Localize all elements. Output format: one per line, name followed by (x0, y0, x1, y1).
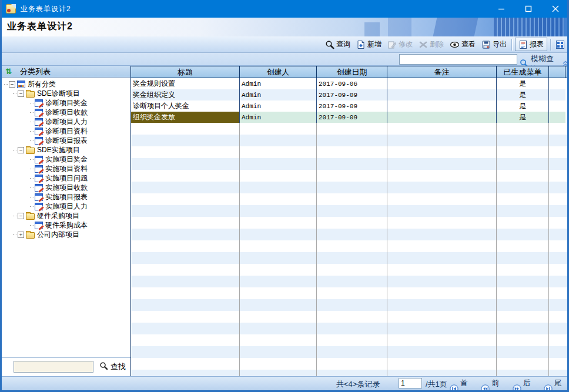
tree-item-诊断项目资料[interactable]: 诊断项目资料 (2, 126, 130, 136)
cell-creator[interactable]: Admin (240, 112, 317, 123)
column-header-备注[interactable]: 备注 (387, 66, 497, 78)
cell-creator[interactable]: Admin (240, 78, 317, 89)
search-row: 模糊查询 (0, 53, 569, 66)
expand-box-icon[interactable]: + (18, 232, 24, 238)
empty-row (131, 264, 569, 276)
query-button[interactable]: 查询 (322, 38, 353, 51)
folder-icon (26, 148, 35, 154)
tree-item-实施项目收款[interactable]: 实施项目收款 (2, 183, 130, 192)
cell-title[interactable]: 奖金组织定义 (131, 89, 240, 100)
refresh-icon[interactable]: ⇅ (5, 67, 12, 76)
collapse-box-icon[interactable]: − (9, 81, 15, 88)
last-page-button[interactable]: 尾页 (544, 378, 569, 392)
tree-item-实施项目报表[interactable]: 实施项目报表 (2, 192, 130, 202)
find-bar: 查找 (2, 357, 130, 375)
table-row[interactable]: 奖金规则设置Admin2017-09-06是 (131, 78, 569, 89)
report-button[interactable]: 报表 (515, 38, 547, 51)
minimize-button[interactable] (488, 0, 515, 18)
first-page-button[interactable]: 首页 (450, 378, 475, 392)
tree-item-诊断项目收款[interactable]: 诊断项目收款 (2, 108, 130, 117)
cell-menu[interactable]: 是 (497, 78, 549, 89)
delete-button: 删除 (416, 38, 447, 51)
page-number-input[interactable] (399, 378, 422, 388)
empty-row (131, 193, 569, 205)
next-page-button[interactable]: 后页 (513, 378, 538, 392)
tree-item-诊断项目人力[interactable]: 诊断项目人力 (2, 117, 130, 126)
maximize-button[interactable] (515, 0, 542, 18)
tree-item-SDE诊断项目[interactable]: −SDE诊断项目 (2, 89, 130, 98)
cell-date[interactable]: 2017-09-09 (317, 112, 387, 123)
table-row[interactable]: 奖金组织定义Admin2017-09-09是 (131, 89, 569, 100)
cell-title[interactable]: 诊断项目个人奖金 (131, 100, 240, 112)
report-button-label: 报表 (530, 39, 544, 49)
add-button[interactable]: 新增 (353, 38, 384, 51)
cell-title[interactable]: 组织奖金发放 (131, 112, 240, 123)
cell-date[interactable]: 2017-09-09 (317, 89, 387, 100)
column-header-已生成菜单[interactable]: 已生成菜单 (497, 66, 549, 78)
cell-date[interactable]: 2017-09-06 (317, 78, 387, 89)
tree-connector (13, 93, 16, 94)
tree-item-label: 公司内部项目 (37, 230, 79, 240)
cell-menu[interactable]: 是 (497, 89, 549, 100)
empty-row (131, 252, 569, 264)
query-button-label: 查询 (336, 39, 350, 49)
window-title: 业务表单设计2 (21, 4, 71, 14)
find-button[interactable]: 查找 (99, 361, 126, 372)
records-table: 标题创建人创建日期备注已生成菜单 奖金规则设置Admin2017-09-06是奖… (131, 66, 569, 376)
tree-item-诊断项目报表[interactable]: 诊断项目报表 (2, 136, 130, 145)
toolbar-divider (550, 39, 551, 51)
tree-item-label: 实施项目收款 (45, 183, 88, 193)
tree-item-公司内部项目[interactable]: +公司内部项目 (2, 230, 130, 239)
empty-row (131, 146, 569, 158)
cell-remark[interactable] (387, 78, 497, 89)
close-button[interactable] (542, 0, 569, 18)
tree-connector (30, 112, 34, 113)
cell-filler (549, 89, 565, 100)
cell-date[interactable]: 2017-09-09 (317, 100, 387, 112)
find-input[interactable] (14, 361, 93, 373)
cell-menu[interactable]: 是 (497, 112, 549, 123)
cell-creator[interactable]: Admin (240, 89, 317, 100)
empty-row (131, 334, 569, 346)
column-header-标题[interactable]: 标题 (131, 66, 240, 78)
empty-row (131, 205, 569, 217)
collapse-box-icon[interactable]: − (18, 91, 24, 97)
empty-row (131, 358, 569, 370)
cell-title[interactable]: 奖金规则设置 (131, 78, 240, 89)
table-row[interactable]: 组织奖金发放Admin2017-09-09是 (131, 112, 569, 123)
cell-remark[interactable] (387, 100, 497, 112)
page-title: 业务表单设计2 (7, 21, 73, 33)
status-bar: 共<4>条记录 /共1页 首页前页后页尾页 (0, 376, 569, 390)
collapse-box-icon[interactable]: − (18, 147, 24, 153)
collapse-box-icon[interactable]: − (18, 213, 24, 219)
tree-item-硬件采购项目[interactable]: −硬件采购项目 (2, 211, 130, 220)
empty-row (131, 346, 569, 358)
grid-icon (555, 40, 565, 49)
table-row[interactable]: 诊断项目个人奖金Admin2017-09-09是 (131, 100, 569, 112)
cell-filler (549, 100, 565, 112)
category-panel-header: ⇅ 分类列表 (2, 66, 130, 78)
grid-view-button[interactable] (553, 39, 568, 51)
tree-item-诊断项目奖金[interactable]: 诊断项目奖金 (2, 98, 130, 108)
tree-item-实施项目问题[interactable]: 实施项目问题 (2, 173, 130, 183)
cell-creator[interactable]: Admin (240, 100, 317, 112)
fuzzy-search-input[interactable] (399, 54, 517, 65)
export-button[interactable]: 导出 (478, 38, 510, 51)
tree-connector (30, 178, 34, 179)
tree-item-硬件采购成本[interactable]: 硬件采购成本 (2, 220, 130, 230)
cell-remark[interactable] (387, 89, 497, 100)
tree-item-实施项目人力[interactable]: 实施项目人力 (2, 202, 130, 211)
cell-remark[interactable] (387, 112, 497, 123)
prev-page-button[interactable]: 前页 (481, 378, 506, 392)
prev-page-label: 前页 (491, 378, 506, 392)
tree-item-SDE实施项目[interactable]: −SDE实施项目 (2, 145, 130, 155)
column-header-创建日期[interactable]: 创建日期 (317, 66, 387, 78)
tree-item-所有分类[interactable]: −所有分类 (2, 79, 130, 89)
view-button[interactable]: 查看 (447, 38, 478, 51)
cell-filler (549, 78, 565, 89)
tree-item-实施项目资料[interactable]: 实施项目资料 (2, 164, 130, 173)
cell-menu[interactable]: 是 (497, 100, 549, 112)
tree-item-实施项目奖金[interactable]: 实施项目奖金 (2, 155, 130, 164)
tree-item-label: 实施项目报表 (45, 192, 88, 202)
column-header-创建人[interactable]: 创建人 (240, 66, 317, 78)
